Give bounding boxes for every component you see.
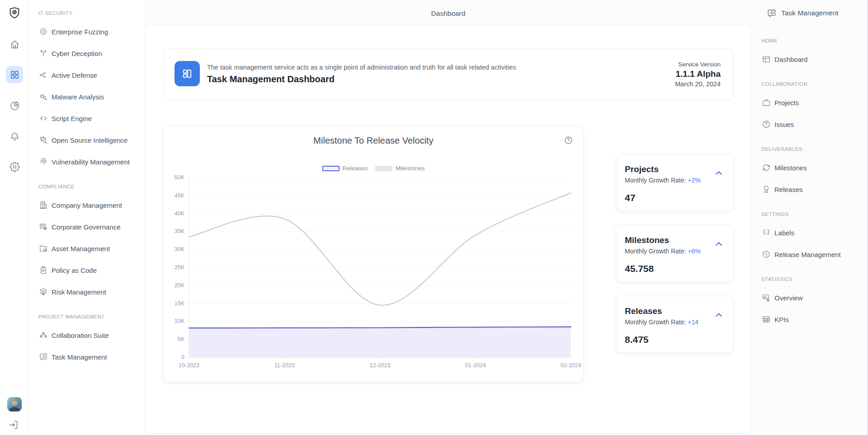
sidebar-item-script-engine[interactable]: Script Engine	[29, 108, 145, 129]
stat-growth-label: Monthly Growth Rate:	[625, 177, 686, 184]
sidebar-item-policy-as-code[interactable]: Policy as Code	[29, 259, 145, 281]
list-gear-icon	[39, 222, 48, 231]
message-edit-icon	[767, 8, 777, 18]
sidebar-item-open-source-intelligence[interactable]: Open Source Intelligence	[29, 129, 145, 151]
flow-arrows-icon	[39, 70, 48, 80]
task-dashboard-tile	[175, 61, 200, 86]
svg-text:50K: 50K	[175, 174, 185, 181]
sidebar-item-asset-management[interactable]: Asset Management	[29, 238, 145, 259]
rail-item-analytics[interactable]	[6, 97, 23, 114]
sidebar-item-label: Open Source Intelligence	[52, 136, 127, 144]
chevron-up-icon[interactable]	[714, 239, 724, 249]
rightbar-item-kpis[interactable]: KPIs	[752, 309, 868, 330]
chevron-up-icon[interactable]	[714, 310, 724, 320]
message-edit-icon	[39, 352, 48, 361]
chevron-up-icon	[714, 310, 724, 320]
stat-growth-line: Monthly Growth Rate: +14	[625, 318, 698, 326]
building-icon	[39, 201, 48, 210]
svg-text:15K: 15K	[175, 300, 185, 307]
briefcase-icon	[762, 98, 771, 107]
hero-description: The task management service acts as a si…	[207, 64, 516, 71]
layout-icon	[762, 55, 771, 64]
svg-text:20K: 20K	[175, 282, 185, 289]
rail-item-apps[interactable]	[6, 66, 23, 83]
rightbar-item-dashboard[interactable]: Dashboard	[752, 48, 868, 70]
rightbar-item-labels[interactable]: Labels	[752, 222, 868, 243]
bell-icon	[9, 131, 20, 142]
clipboard-arrow-icon	[39, 266, 48, 275]
flow-arrows-icon	[39, 70, 48, 80]
sidebar-item-enterprise-fuzzing[interactable]: Enterprise Fuzzing	[29, 21, 145, 42]
series-releases	[189, 327, 571, 357]
rightbar-section-header: COLLABORATION	[752, 80, 868, 88]
sidebar-item-vulnerability-management[interactable]: Vulnerability Management	[29, 151, 145, 173]
rail-item-settings[interactable]	[6, 158, 23, 175]
message-edit-icon	[39, 352, 48, 361]
sidebar-item-risk-management[interactable]: Risk Management	[29, 281, 145, 303]
logout-icon	[8, 420, 19, 430]
rightbar-item-label: Releases	[774, 186, 803, 193]
rightbar-item-release-management[interactable]: Release Management	[752, 243, 868, 265]
sidebar-item-malware-analysis[interactable]: Malware Analysis	[29, 86, 145, 108]
svg-text:01-2024: 01-2024	[465, 362, 486, 369]
rightbar-item-label: Dashboard	[774, 56, 807, 63]
svg-text:11-2023: 11-2023	[274, 362, 295, 369]
rightbar-item-label: Overview	[774, 294, 803, 302]
sidebar-item-cyber-deception[interactable]: Cyber Deception	[29, 42, 145, 64]
help-circle-icon	[762, 120, 771, 129]
svg-text:40K: 40K	[175, 210, 185, 217]
stat-value: 8.475	[625, 334, 649, 345]
rail-item-home[interactable]	[6, 36, 23, 53]
rightbar-item-label: Issues	[774, 121, 794, 128]
series-milestones	[189, 193, 571, 305]
sidebar-section-header: COMPLIANCE	[29, 183, 145, 190]
braces-icon	[762, 228, 771, 237]
sidebar-item-corporate-governance[interactable]: Corporate Governance	[29, 216, 145, 238]
rightbar-item-milestones[interactable]: Milestones	[752, 157, 868, 178]
rightbar-section: COLLABORATIONProjectsIssues	[752, 80, 868, 135]
user-avatar[interactable]	[7, 397, 22, 412]
folder-box-icon	[39, 244, 48, 253]
rightbar-item-overview[interactable]: Overview	[752, 287, 868, 309]
rightbar-item-issues[interactable]: Issues	[752, 113, 868, 135]
network-search-icon	[39, 136, 48, 145]
table-icon	[762, 315, 771, 324]
message-edit-icon	[767, 8, 777, 18]
refresh-icon	[762, 163, 771, 172]
presentation-chart-icon	[762, 293, 771, 302]
split-branch-icon	[39, 49, 48, 58]
svg-text:45K: 45K	[175, 192, 185, 199]
rightbar-item-label: KPIs	[774, 316, 789, 323]
left-nav: IT SECURITYEnterprise FuzzingCyber Decep…	[29, 0, 145, 368]
grid-icon	[9, 70, 20, 80]
chevron-up-icon	[714, 168, 724, 178]
stat-growth-value: +2%	[688, 177, 700, 184]
sidebar-section: COMPLIANCECompany ManagementCorporate Go…	[29, 183, 145, 303]
sidebar-item-task-management[interactable]: Task Management	[29, 346, 145, 368]
stat-value: 47	[625, 192, 635, 203]
rightbar-item-label: Labels	[774, 229, 794, 237]
svg-text:10-2023: 10-2023	[179, 362, 199, 369]
sidebar-item-label: Risk Management	[52, 288, 106, 296]
sidebar-section-header: IT SECURITY	[29, 9, 145, 17]
logout-icon[interactable]	[8, 420, 19, 430]
sidebar-item-collaboration-suite[interactable]: Collaboration Suite	[29, 324, 145, 346]
stat-card-projects: ProjectsMonthly Growth Rate: +2%47	[616, 154, 733, 211]
rightbar-item-projects[interactable]: Projects	[752, 92, 868, 113]
chevron-up-icon[interactable]	[714, 168, 724, 178]
network-search-icon	[39, 136, 48, 145]
briefcase-icon	[762, 98, 771, 107]
velocity-chart-card: Milestone To Release Velocity ReleasesMi…	[164, 126, 583, 382]
split-branch-icon	[39, 49, 48, 58]
sidebar-section: IT SECURITYEnterprise FuzzingCyber Decep…	[29, 9, 145, 173]
rightbar-section-header: SETTINGS	[752, 210, 868, 218]
stat-value: 45.758	[625, 263, 654, 274]
stat-card-milestones: MilestonesMonthly Growth Rate: +6%45.758	[616, 225, 733, 282]
rightbar-item-releases[interactable]: Releases	[752, 178, 868, 200]
sidebar-item-company-management[interactable]: Company Management	[29, 194, 145, 216]
app-logo[interactable]	[8, 6, 21, 20]
fingerprint-icon	[39, 157, 48, 166]
bug-search-icon	[39, 92, 48, 101]
rail-item-notifications[interactable]	[6, 128, 23, 145]
sidebar-item-active-defense[interactable]: Active Defense	[29, 64, 145, 86]
